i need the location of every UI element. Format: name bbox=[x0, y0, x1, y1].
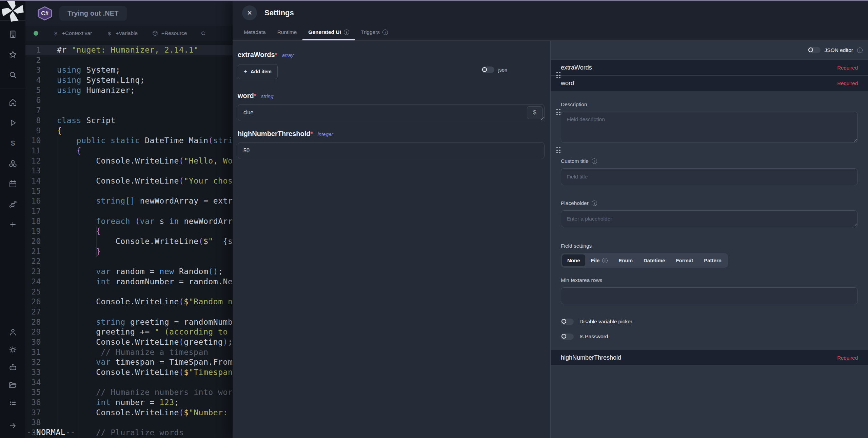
field-option-none[interactable]: None bbox=[562, 254, 585, 266]
line-number: 27 bbox=[25, 307, 46, 317]
search-icon[interactable] bbox=[5, 65, 20, 85]
code-line: 14 Console.WriteLine("Your chosen word i… bbox=[25, 176, 233, 186]
field-option-pattern[interactable]: Pattern bbox=[699, 254, 727, 266]
tab-runtime[interactable]: Runtime bbox=[272, 25, 303, 40]
toolbar-button-resource[interactable]: +Resource bbox=[152, 30, 187, 37]
info-icon[interactable]: i bbox=[602, 258, 608, 263]
list-icon[interactable] bbox=[5, 394, 20, 412]
code-editor[interactable]: 1#r "nuget: Humanizer, 2.14.1"23using Sy… bbox=[25, 41, 233, 438]
word-input[interactable] bbox=[238, 104, 545, 121]
field-option-file[interactable]: Filei bbox=[586, 254, 613, 266]
gear-icon[interactable] bbox=[5, 341, 20, 359]
json-editor-toggle[interactable] bbox=[808, 47, 821, 53]
add-item-button[interactable]: + Add item bbox=[238, 64, 278, 79]
plus-icon[interactable] bbox=[5, 214, 20, 235]
field-group-highnumberthreshold: highNumberThreshold* integer bbox=[238, 130, 545, 159]
line-number: 4 bbox=[25, 75, 46, 85]
placeholder-label: Placeholder i bbox=[561, 200, 858, 206]
code-line: 32 var timespan = TimeSpan.FromMinutes bbox=[25, 357, 233, 367]
custom-title-input[interactable] bbox=[561, 168, 858, 185]
field-label: extraWords* bbox=[238, 51, 277, 59]
highnumberthreshold-input[interactable] bbox=[238, 142, 545, 159]
line-number: 15 bbox=[25, 186, 46, 196]
field-option-enum[interactable]: Enum bbox=[613, 254, 638, 266]
code-line: 13 bbox=[25, 166, 233, 176]
drag-handle[interactable] bbox=[556, 109, 561, 115]
script-title[interactable]: Trying out .NET bbox=[59, 6, 127, 21]
route-icon[interactable] bbox=[5, 194, 20, 214]
tab-metadata[interactable]: Metadata bbox=[238, 25, 272, 40]
line-number: 38 bbox=[25, 418, 46, 428]
required-badge: Required bbox=[837, 355, 858, 361]
drag-handle[interactable] bbox=[556, 72, 561, 78]
code-line: 18 foreach (var s in newWordArray) bbox=[25, 216, 233, 227]
disable-variable-picker-row: Disable variable picker bbox=[561, 317, 858, 327]
toolbar-button-c[interactable]: C bbox=[201, 30, 205, 36]
code-line: 19 { bbox=[25, 226, 233, 236]
dollar-icon: $ bbox=[106, 30, 113, 37]
folder-icon[interactable] bbox=[5, 376, 20, 394]
line-number: 8 bbox=[25, 116, 46, 126]
disable-variable-picker-toggle[interactable] bbox=[561, 319, 574, 325]
home-icon[interactable] bbox=[5, 92, 20, 113]
min-textarea-rows-input[interactable] bbox=[561, 287, 858, 304]
custom-title-label: Custom title i bbox=[561, 158, 858, 164]
info-icon[interactable]: i bbox=[592, 201, 597, 206]
code-line: 30 Console.WriteLine(greeting); bbox=[25, 337, 233, 347]
close-icon[interactable]: × bbox=[242, 5, 257, 20]
line-number: 5 bbox=[25, 85, 46, 96]
info-icon[interactable]: i bbox=[382, 30, 388, 35]
code-line: 21 } bbox=[25, 247, 233, 257]
code-line: 36 int number = 123; bbox=[25, 398, 233, 408]
settings-panel: × Settings MetadataRuntimeGenerated UIiT… bbox=[233, 1, 868, 438]
code-line: 26 Console.WriteLine($"Random number: {r… bbox=[25, 297, 233, 307]
inspector-row-word[interactable]: word Required bbox=[551, 75, 868, 91]
json-toggle[interactable] bbox=[481, 66, 494, 73]
line-number: 7 bbox=[25, 106, 46, 116]
star-icon[interactable] bbox=[5, 44, 20, 65]
dollar-icon[interactable]: $ bbox=[5, 133, 20, 153]
tab-generated-ui[interactable]: Generated UIi bbox=[302, 25, 355, 40]
line-number: 32 bbox=[25, 357, 46, 367]
toolbar-button-variable[interactable]: $+Variable bbox=[106, 30, 138, 37]
field-option-datetime[interactable]: Datetime bbox=[638, 254, 670, 266]
cubes-icon[interactable] bbox=[5, 153, 20, 174]
toolbar-button-contextvar[interactable]: $+Context var bbox=[53, 30, 92, 37]
tab-triggers[interactable]: Triggersi bbox=[355, 25, 394, 40]
line-number: 17 bbox=[25, 206, 46, 216]
script-editor-region: C# Trying out .NET $+Context var$+Variab… bbox=[25, 1, 233, 438]
drag-handle[interactable] bbox=[556, 147, 561, 153]
inspector-row-highnumberthreshold[interactable]: highNumberThreshold Required bbox=[551, 350, 868, 366]
line-number: 37 bbox=[25, 408, 46, 418]
line-number: 22 bbox=[25, 256, 46, 267]
arrow-right-icon[interactable] bbox=[5, 417, 20, 435]
placeholder-input[interactable] bbox=[561, 210, 858, 227]
info-icon[interactable]: i bbox=[344, 30, 349, 35]
code-line: 35 // Humanize numbers into words bbox=[25, 387, 233, 398]
plus-icon: + bbox=[244, 68, 247, 75]
person-icon[interactable] bbox=[5, 323, 20, 341]
line-number: 25 bbox=[25, 287, 46, 297]
settings-header: × Settings bbox=[233, 1, 868, 25]
csharp-icon: C# bbox=[38, 6, 52, 21]
code-line: 33 Console.WriteLine($"Timespan: {timesp… bbox=[25, 367, 233, 378]
inspector-row-extrawords[interactable]: extraWords Required bbox=[551, 59, 868, 75]
json-editor-bar: JSON editor i bbox=[551, 41, 868, 59]
code-line: 15 bbox=[25, 186, 233, 196]
description-textarea[interactable] bbox=[561, 112, 858, 143]
calendar-icon[interactable] bbox=[5, 174, 20, 194]
play-icon[interactable] bbox=[5, 113, 20, 133]
is-password-toggle[interactable] bbox=[561, 334, 574, 340]
field-type-label: array bbox=[282, 52, 294, 58]
variable-picker-button[interactable]: $ bbox=[527, 106, 542, 119]
robot-icon[interactable] bbox=[5, 359, 20, 376]
windmill-logo[interactable] bbox=[0, 1, 25, 21]
code-line: 24 int randomNumber = random.Next(1, 101… bbox=[25, 277, 233, 287]
info-icon[interactable]: i bbox=[857, 47, 863, 53]
line-number: 30 bbox=[25, 337, 46, 347]
building-icon[interactable] bbox=[5, 24, 20, 44]
field-option-format[interactable]: Format bbox=[671, 254, 698, 266]
info-icon[interactable]: i bbox=[592, 158, 597, 164]
line-number: 34 bbox=[25, 378, 46, 388]
code-line: 9{ bbox=[25, 126, 233, 136]
